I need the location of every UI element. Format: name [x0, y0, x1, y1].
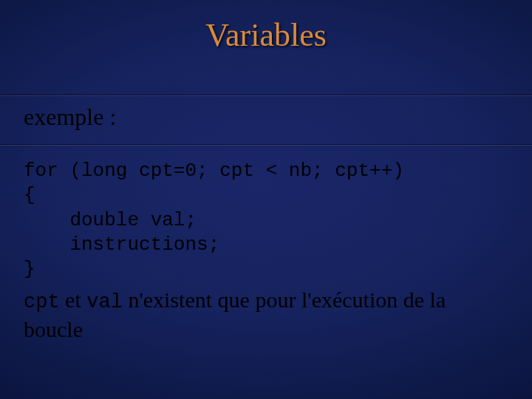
subtitle: exemple : — [24, 103, 508, 131]
code-line-1: for (long cpt=0; cpt < nb; cpt++) — [24, 160, 404, 182]
note-cpt: cpt — [24, 291, 60, 313]
code-line-5: } — [24, 258, 35, 280]
code-block: for (long cpt=0; cpt < nb; cpt++) { doub… — [24, 159, 508, 282]
note-val: val — [86, 291, 123, 313]
code-line-3: double val; — [24, 209, 197, 231]
code-line-2: { — [24, 184, 35, 206]
slide-title: Variables — [0, 16, 532, 54]
note-text: cpt et val n'existent que pour l'exécuti… — [24, 286, 508, 343]
slide: Variables exemple : for (long cpt=0; cpt… — [0, 0, 532, 399]
code-line-4: instructions; — [24, 233, 219, 256]
note-et: et — [60, 287, 87, 312]
slide-body: exemple : for (long cpt=0; cpt < nb; cpt… — [24, 103, 508, 344]
divider-top — [0, 95, 532, 96]
